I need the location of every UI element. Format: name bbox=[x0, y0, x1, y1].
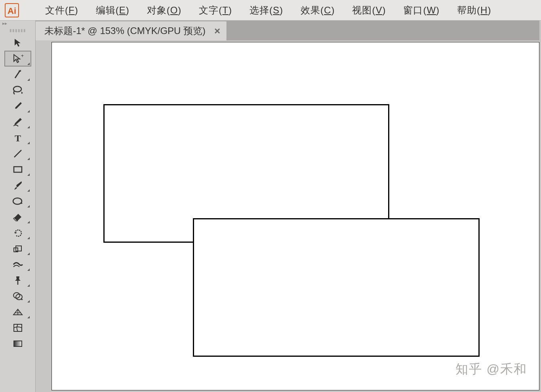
scale-icon bbox=[13, 244, 23, 253]
pin-icon bbox=[13, 275, 23, 285]
menu-window[interactable]: 窗口(W) bbox=[394, 2, 448, 18]
type-tool[interactable]: T bbox=[4, 130, 31, 146]
rectangle-shape-2[interactable] bbox=[193, 218, 480, 357]
svg-rect-10 bbox=[16, 246, 21, 251]
mesh-tool[interactable] bbox=[4, 320, 31, 336]
menu-view[interactable]: 视图(V) bbox=[343, 2, 394, 18]
mesh-icon bbox=[13, 323, 23, 333]
ai-logo-icon: Ai bbox=[4, 2, 20, 18]
curvature-tool[interactable] bbox=[4, 114, 31, 130]
toolbox: + T bbox=[0, 34, 35, 352]
svg-line-6 bbox=[14, 150, 21, 157]
free-transform-tool[interactable] bbox=[4, 272, 31, 288]
magic-wand-tool[interactable] bbox=[4, 67, 31, 82]
menu-effect[interactable]: 效果(C) bbox=[292, 2, 343, 18]
type-icon: T bbox=[13, 133, 23, 143]
line-icon bbox=[13, 148, 23, 159]
app-logo: Ai bbox=[3, 2, 21, 19]
eraser-tool[interactable] bbox=[4, 209, 31, 225]
menu-type[interactable]: 文字(T) bbox=[190, 2, 241, 18]
tools-panel: ▸▸ ▮▮▮▮▮▮ + T bbox=[0, 21, 36, 392]
scale-tool[interactable] bbox=[4, 241, 31, 257]
svg-text:+: + bbox=[21, 53, 24, 59]
svg-point-8 bbox=[13, 198, 22, 204]
line-segment-tool[interactable] bbox=[4, 146, 31, 162]
shape-builder-tool[interactable] bbox=[4, 288, 31, 304]
canvas-area: 知乎 @禾和 bbox=[36, 40, 539, 390]
svg-rect-7 bbox=[14, 167, 22, 172]
close-tab-icon[interactable]: × bbox=[214, 25, 220, 37]
watermark-text: 知乎 @禾和 bbox=[455, 361, 527, 378]
panel-grip-icon[interactable]: ▮▮▮▮▮▮ bbox=[0, 26, 35, 34]
lasso-tool[interactable] bbox=[4, 82, 31, 98]
width-tool[interactable] bbox=[4, 257, 31, 272]
menu-help[interactable]: 帮助(H) bbox=[448, 2, 500, 18]
paintbrush-tool[interactable] bbox=[4, 177, 31, 193]
gradient-icon bbox=[13, 339, 23, 348]
artboard[interactable]: 知乎 @禾和 bbox=[51, 42, 539, 390]
document-tab-bar: 未标题-1* @ 153% (CMYK/GPU 预览) × bbox=[36, 21, 539, 40]
svg-text:Ai: Ai bbox=[8, 6, 16, 16]
paintbrush-icon bbox=[13, 180, 23, 190]
document-tab-title: 未标题-1* @ 153% (CMYK/GPU 预览) bbox=[44, 25, 206, 37]
gradient-tool[interactable] bbox=[4, 336, 31, 352]
panel-collapse-icon[interactable]: ▸▸ bbox=[0, 21, 35, 26]
magic-wand-icon bbox=[13, 69, 23, 80]
eraser-icon bbox=[13, 212, 23, 222]
curvature-icon bbox=[12, 117, 23, 127]
selection-tool[interactable] bbox=[4, 35, 31, 51]
rotate-icon bbox=[13, 228, 23, 238]
selection-icon bbox=[13, 38, 23, 48]
pen-tool[interactable] bbox=[4, 98, 31, 114]
menu-edit[interactable]: 编辑(E) bbox=[87, 2, 138, 18]
svg-text:T: T bbox=[14, 133, 21, 143]
menu-object[interactable]: 对象(O) bbox=[138, 2, 190, 18]
menu-file[interactable]: 文件(F) bbox=[36, 2, 87, 18]
svg-point-4 bbox=[14, 108, 15, 110]
svg-rect-17 bbox=[14, 341, 22, 346]
width-icon bbox=[12, 260, 23, 269]
perspective-icon bbox=[12, 308, 23, 316]
rectangle-tool[interactable] bbox=[4, 162, 31, 177]
shaper-tool[interactable] bbox=[4, 193, 31, 209]
shape-builder-icon bbox=[12, 291, 23, 301]
menu-select[interactable]: 选择(S) bbox=[241, 2, 292, 18]
pen-icon bbox=[13, 101, 23, 111]
rectangle-icon bbox=[13, 165, 23, 174]
document-tab[interactable]: 未标题-1* @ 153% (CMYK/GPU 预览) × bbox=[36, 21, 227, 40]
direct-selection-tool[interactable]: + bbox=[4, 51, 31, 67]
svg-point-3 bbox=[13, 86, 21, 92]
rotate-tool[interactable] bbox=[4, 225, 31, 241]
shaper-icon bbox=[12, 196, 23, 206]
svg-rect-16 bbox=[14, 324, 22, 331]
lasso-icon bbox=[12, 85, 24, 95]
menu-bar: Ai 文件(F) 编辑(E) 对象(O) 文字(T) 选择(S) 效果(C) 视… bbox=[0, 0, 541, 21]
direct-selection-icon: + bbox=[12, 53, 24, 64]
perspective-grid-tool[interactable] bbox=[4, 304, 31, 320]
